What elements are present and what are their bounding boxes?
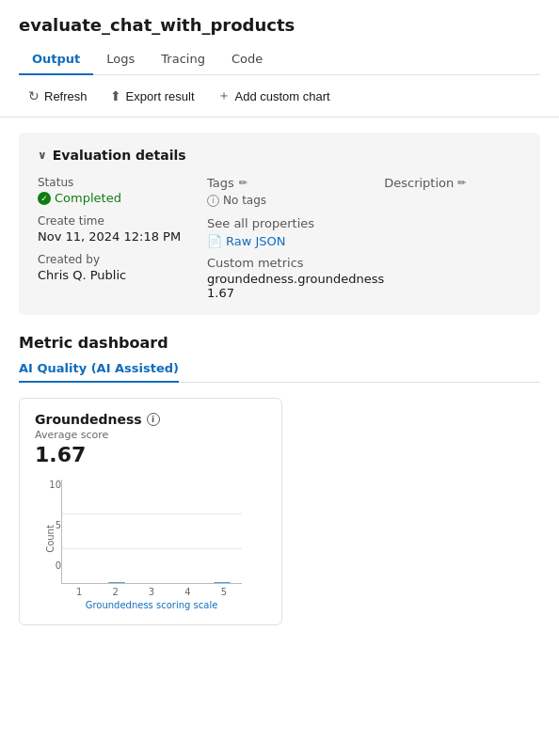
x-label-2: 2 xyxy=(97,587,133,597)
metric-tabs: AI Quality (AI Assisted) xyxy=(19,355,540,383)
export-result-button[interactable]: ⬆ Export result xyxy=(101,84,204,108)
info-circle-icon: i xyxy=(207,195,219,207)
description-edit-icon[interactable]: ✏ xyxy=(457,177,466,189)
status-value: ✓ Completed xyxy=(38,191,207,205)
page-title: evaluate_chat_with_products xyxy=(19,15,540,35)
custom-metrics-label: Custom metrics xyxy=(207,256,384,270)
description-label: Description ✏ xyxy=(384,176,521,190)
x-axis-title-row: Groundedness scoring scale xyxy=(61,597,242,611)
y-axis: Count 10 5 0 xyxy=(35,480,61,597)
tab-output[interactable]: Output xyxy=(19,44,93,75)
created-by-label: Created by xyxy=(38,253,207,266)
page-header: evaluate_chat_with_products Output Logs … xyxy=(0,0,559,75)
create-time-label: Create time xyxy=(38,214,207,228)
refresh-icon: ↻ xyxy=(28,88,40,103)
tags-label: Tags xyxy=(207,176,234,190)
chart-body: Count 10 5 0 xyxy=(35,480,242,597)
x-label-3: 3 xyxy=(134,587,169,597)
main-content: ∨ Evaluation details Status ✓ Completed … xyxy=(0,118,559,640)
avg-score-label: Average score xyxy=(35,429,266,441)
groundedness-title: Groundedness xyxy=(35,412,142,427)
x-label-1: 1 xyxy=(61,587,97,597)
groundedness-card: Groundedness i Average score 1.67 Count … xyxy=(19,398,282,625)
raw-json-link[interactable]: 📄 Raw JSON xyxy=(207,234,384,248)
evaluation-details-card: ∨ Evaluation details Status ✓ Completed … xyxy=(19,133,540,315)
metric-value: 1.67 xyxy=(207,286,384,300)
tabs-bar: Output Logs Tracing Code xyxy=(19,44,540,75)
eval-card-header: ∨ Evaluation details xyxy=(38,148,521,163)
check-circle-icon: ✓ xyxy=(38,192,51,205)
groundedness-info-icon[interactable]: i xyxy=(147,413,160,426)
see-all-properties[interactable]: See all properties xyxy=(207,216,384,230)
tab-code[interactable]: Code xyxy=(218,44,276,75)
bar-5 xyxy=(209,582,236,583)
created-by-value: Chris Q. Public xyxy=(38,268,207,282)
tags-edit-icon[interactable]: ✏ xyxy=(239,177,248,189)
metric-name: groundedness.groundedness xyxy=(207,272,384,286)
bar-rect-2 xyxy=(108,582,125,583)
toolbar: ↻ Refresh ⬆ Export result ＋ Add custom c… xyxy=(0,75,559,118)
avg-score-value: 1.67 xyxy=(35,443,266,466)
add-chart-icon: ＋ xyxy=(217,87,231,104)
eval-col-left: Status ✓ Completed Create time Nov 11, 2… xyxy=(38,176,207,300)
dashboard-title: Metric dashboard xyxy=(19,334,540,352)
tab-logs[interactable]: Logs xyxy=(93,44,148,75)
gridline-10 xyxy=(62,513,242,514)
file-icon: 📄 xyxy=(207,234,222,248)
status-label: Status xyxy=(38,176,207,189)
x-label-4: 4 xyxy=(169,587,205,597)
eval-col-right: Description ✏ xyxy=(384,176,521,300)
create-time-value: Nov 11, 2024 12:18 PM xyxy=(38,229,207,244)
bars-area xyxy=(61,480,242,584)
add-custom-chart-button[interactable]: ＋ Add custom chart xyxy=(208,83,340,109)
refresh-button[interactable]: ↻ Refresh xyxy=(19,84,97,108)
x-label-5: 5 xyxy=(206,587,242,597)
y-axis-title: Count xyxy=(45,525,56,553)
metric-tab-ai-quality[interactable]: AI Quality (AI Assisted) xyxy=(19,355,179,383)
tags-row: Tags ✏ xyxy=(207,176,384,190)
groundedness-chart: Count 10 5 0 xyxy=(35,480,242,611)
groundedness-title-row: Groundedness i xyxy=(35,412,266,427)
chart-right: 1 2 3 4 5 xyxy=(61,480,242,597)
metric-dashboard: Metric dashboard AI Quality (AI Assisted… xyxy=(19,334,540,625)
chevron-down-icon: ∨ xyxy=(38,149,47,162)
gridline-5 xyxy=(62,548,242,549)
bar-rect-5 xyxy=(214,582,231,583)
eval-details-grid: Status ✓ Completed Create time Nov 11, 2… xyxy=(38,176,521,300)
tab-tracing[interactable]: Tracing xyxy=(148,44,218,75)
no-tags-row: i No tags xyxy=(207,194,384,207)
bar-2 xyxy=(103,582,130,583)
eval-col-middle: Tags ✏ i No tags See all properties 📄 Ra… xyxy=(207,176,384,300)
x-axis-labels: 1 2 3 4 5 xyxy=(61,584,242,597)
y-label-10: 10 xyxy=(49,480,61,490)
x-axis-title: Groundedness scoring scale xyxy=(86,600,218,610)
export-icon: ⬆ xyxy=(110,88,121,103)
